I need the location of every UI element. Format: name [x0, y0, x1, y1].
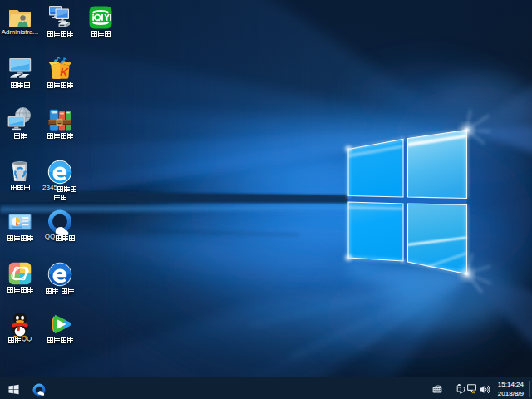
svg-text:K: K [60, 65, 69, 78]
